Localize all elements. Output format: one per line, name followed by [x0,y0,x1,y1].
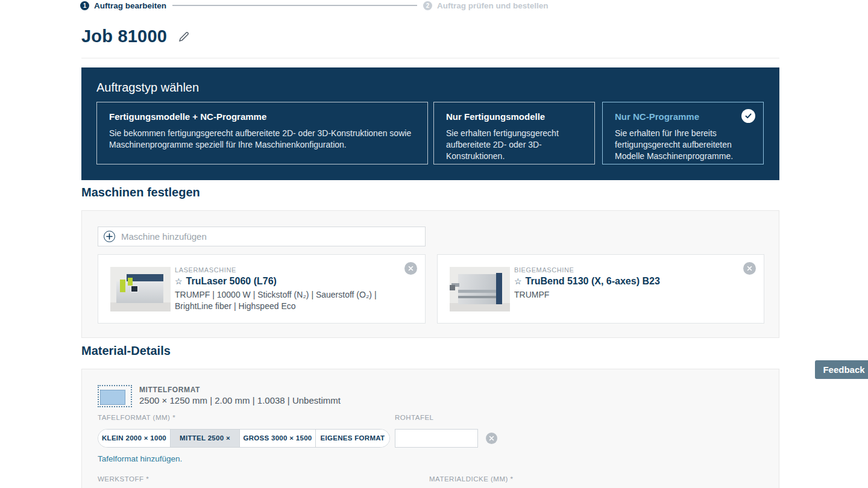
step-2-label: Auftrag prüfen und bestellen [437,1,549,10]
photo-shape [458,290,496,293]
machine-card-trubend[interactable]: BIEGEMASCHINE ☆ TruBend 5130 (X, 6-axes)… [437,254,764,324]
page: 1 Auftrag bearbeiten 2 Auftrag prüfen un… [0,0,868,488]
order-type-card-title: Nur NC-Programme [615,111,751,122]
order-type-card-nur-nc-programme[interactable]: Nur NC-Programme Sie erhalten für Ihre b… [602,102,764,164]
bending-machine-photo [450,267,510,311]
feedback-button[interactable]: Feedback [815,360,868,379]
selected-check-icon [741,109,755,123]
format-button-mittel[interactable]: MITTEL 2500 × 1250 [171,430,240,447]
laser-machine-photo [110,267,171,311]
format-button-gross[interactable]: GROSS 3000 × 1500 [240,430,316,447]
order-type-card-fertigungsmodelle-nc-programme[interactable]: Fertigungsmodelle + NC-Programme Sie bek… [96,102,428,164]
material-panel: MITTELFORMAT 2500 × 1250 mm | 2.00 mm | … [81,369,779,488]
add-tafelformat-link[interactable]: Tafelformat hinzufügen. [98,454,182,463]
step-1-label: Auftrag bearbeiten [94,1,166,10]
machine-type-label: BIEGEMASCHINE [514,266,737,274]
machine-card-content: BIEGEMASCHINE ☆ TruBend 5130 (X, 6-axes)… [514,266,737,301]
plus-icon [104,231,115,242]
step-2-badge: 2 [423,1,432,10]
photo-shape [458,274,497,304]
werkstoff-label: WERKSTOFF * [98,475,149,483]
order-type-card-body: Sie bekommen fertigungsgerecht aufbereit… [109,128,415,151]
favorite-star-icon[interactable]: ☆ [175,277,183,286]
stepper-connector [172,5,417,6]
order-type-card-title: Fertigungsmodelle + NC-Programme [109,111,415,122]
material-heading: Material-Details [81,344,171,358]
photo-shape [131,286,138,292]
materialdicke-label: MATERIALDICKE (MM) * [429,475,514,483]
sheet-format-icon [98,385,132,407]
format-name: MITTELFORMAT [139,386,200,394]
rohtafel-input[interactable] [395,429,478,448]
favorite-star-icon[interactable]: ☆ [514,277,522,286]
machine-card-content: LASERMASCHINE ☆ TruLaser 5060 (L76) TRUM… [175,266,398,312]
stepper-step-1[interactable]: 1 Auftrag bearbeiten [80,1,166,10]
machines-heading: Maschinen festlegen [81,186,200,199]
format-button-klein[interactable]: KLEIN 2000 × 1000 [98,430,171,447]
stepper: 1 Auftrag bearbeiten 2 Auftrag prüfen un… [80,1,549,10]
order-type-card-title: Nur Fertigungsmodelle [446,111,582,122]
photo-shape [450,285,455,290]
page-title: Job 81000 [81,27,167,46]
machine-details: TRUMPF [514,289,737,301]
order-type-heading: Auftragstyp wählen [96,81,199,95]
order-type-card-body: Sie erhalten für Ihre bereits fertigungs… [615,128,751,162]
header-divider [81,58,779,58]
remove-machine-icon[interactable] [404,262,417,275]
format-button-eigenes[interactable]: EIGENES FORMAT [316,430,389,447]
photo-shape [496,273,502,304]
tafelformat-segmented-control: KLEIN 2000 × 1000 MITTEL 2500 × 1250 GRO… [98,429,390,448]
sheet-format-fill [100,390,125,405]
add-machine-button[interactable]: Maschine hinzufügen [98,227,426,246]
order-type-panel: Auftragstyp wählen Fertigungsmodelle + N… [81,67,779,180]
order-type-card-nur-fertigungsmodelle[interactable]: Nur Fertigungsmodelle Sie erhalten ferti… [433,102,595,164]
photo-shape [110,302,171,311]
photo-shape [128,278,133,286]
machine-name-row: ☆ TruLaser 5060 (L76) [175,276,398,287]
job-title-row: Job 81000 [81,27,190,46]
machine-details: TRUMPF | 10000 W | Stickstoff (N₂) | Sau… [175,289,398,312]
photo-shape [458,296,496,298]
machines-panel: Maschine hinzufügen LASERMASCHINE ☆ TruL… [81,210,779,338]
photo-shape [120,280,125,292]
stepper-step-2[interactable]: 2 Auftrag prüfen und bestellen [423,1,549,10]
machine-name: TruLaser 5060 (L76) [186,276,277,287]
remove-machine-icon[interactable] [743,262,756,275]
rohtafel-label: ROHTAFEL [395,414,434,421]
machine-name: TruBend 5130 (X, 6-axes) B23 [526,276,660,287]
machine-card-trulaser[interactable]: LASERMASCHINE ☆ TruLaser 5060 (L76) TRUM… [98,254,426,324]
order-type-card-body: Sie erhalten fertigungsgerecht aufbereit… [446,128,582,162]
edit-job-title-icon[interactable] [178,31,190,43]
photo-shape [450,303,510,311]
tafelformat-label: TAFELFORMAT (MM) * [98,414,175,421]
clear-rohtafel-icon[interactable] [486,433,497,444]
add-machine-label: Maschine hinzufügen [121,231,207,242]
machine-type-label: LASERMASCHINE [175,266,398,274]
format-details: 2500 × 1250 mm | 2.00 mm | 1.0038 | Unbe… [139,395,341,405]
machine-name-row: ☆ TruBend 5130 (X, 6-axes) B23 [514,276,737,287]
step-1-badge: 1 [80,1,89,10]
